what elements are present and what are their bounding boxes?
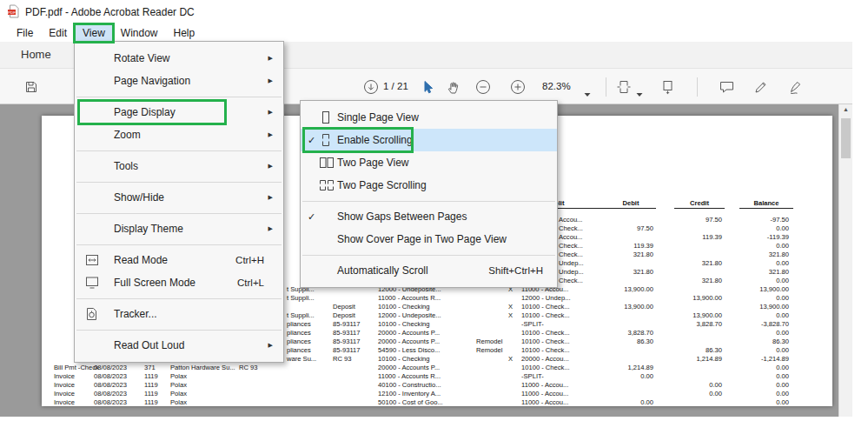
transaction-cell: 0.00 bbox=[776, 311, 789, 319]
transaction-cell: 12100 - Inventory A... bbox=[378, 390, 441, 398]
transaction-cell: 119.39 bbox=[702, 233, 722, 241]
transaction-cell: Invoice bbox=[54, 398, 75, 406]
zoom-in-icon[interactable] bbox=[507, 77, 528, 97]
view-menu-item-show-hide[interactable]: Show/Hide▶ bbox=[75, 186, 283, 209]
hand-tool-icon[interactable] bbox=[443, 77, 464, 97]
highlight-icon[interactable] bbox=[751, 77, 772, 97]
transaction-cell: 13,900.00 bbox=[624, 285, 653, 293]
tab-home[interactable]: Home bbox=[21, 42, 51, 68]
transaction-cell: 08/08/2023 bbox=[94, 398, 127, 406]
menu-item-label: Rotate View bbox=[114, 52, 169, 64]
transaction-cell: Undep... bbox=[559, 259, 584, 267]
page-display-submenu-item-show-cover-page-in-two-page-view[interactable]: Show Cover Page in Two Page View bbox=[301, 228, 557, 251]
transaction-cell: 10100 - Check... bbox=[521, 311, 570, 319]
transaction-cell: Polax bbox=[170, 372, 187, 380]
transaction-cell: 0.00 bbox=[776, 398, 789, 406]
transaction-cell: Polax bbox=[170, 390, 187, 398]
menubar-item-window[interactable]: Window bbox=[113, 24, 166, 42]
page-display-submenu-item-automatically-scroll[interactable]: Automatically ScrollShift+Ctrl+H bbox=[301, 259, 557, 282]
transaction-cell: 97.50 bbox=[637, 224, 653, 232]
comment-icon[interactable] bbox=[716, 77, 737, 97]
menubar-item-file[interactable]: File bbox=[9, 24, 41, 42]
page-display-submenu-item-two-page-scrolling[interactable]: Two Page Scrolling bbox=[301, 174, 557, 197]
view-menu-item-read-mode[interactable]: Read ModeCtrl+H bbox=[75, 249, 283, 271]
menubar-item-edit[interactable]: Edit bbox=[41, 24, 75, 42]
transaction-cell: 20000 - Accou... bbox=[521, 355, 569, 363]
transaction-cell: ware Su... bbox=[287, 355, 316, 363]
menubar-item-view[interactable]: View bbox=[75, 24, 113, 42]
submenu-arrow-icon: ▶ bbox=[268, 163, 273, 170]
title-bar: PDF PDF.pdf - Adobe Acrobat Reader DC bbox=[0, 0, 859, 24]
column-header-balance: Balance bbox=[739, 199, 793, 209]
page-display-submenu-item-enable-scrolling[interactable]: ✓Enable Scrolling bbox=[301, 129, 557, 151]
toolbar-separator bbox=[697, 77, 698, 97]
transaction-cell: Invoice bbox=[54, 390, 75, 398]
view-menu-item-display-theme[interactable]: Display Theme▶ bbox=[75, 217, 283, 240]
transaction-cell: RC 93 bbox=[239, 364, 258, 371]
view-menu: Rotate View▶Page Navigation▶Page Display… bbox=[74, 41, 284, 363]
view-menu-item-full-screen-mode[interactable]: Full Screen ModeCtrl+L bbox=[75, 271, 283, 294]
menu-item-label: Zoom bbox=[114, 129, 141, 141]
view-menu-item-rotate-view[interactable]: Rotate View▶ bbox=[75, 47, 283, 70]
page-down-circle-icon[interactable] bbox=[361, 77, 381, 97]
transaction-cell: Deposit bbox=[333, 311, 355, 319]
page-display-submenu-item-two-page-view[interactable]: Two Page View bbox=[301, 151, 557, 174]
scrollbar-thumb[interactable] bbox=[841, 118, 851, 158]
menu-separator bbox=[301, 197, 557, 205]
view-menu-item-tracker[interactable]: Tracker... bbox=[75, 303, 283, 325]
transaction-cell: 3,828.70 bbox=[696, 320, 722, 328]
menu-separator bbox=[75, 209, 283, 217]
menubar-item-help[interactable]: Help bbox=[166, 24, 203, 42]
zoom-level[interactable]: 82.3% bbox=[542, 81, 571, 91]
select-tool-icon[interactable] bbox=[417, 77, 438, 97]
page-display-submenu: Single Page View✓Enable ScrollingTwo Pag… bbox=[300, 100, 558, 288]
page-indicator[interactable]: 1 / 21 bbox=[383, 81, 408, 91]
transaction-cell: pliances bbox=[287, 337, 311, 345]
transaction-cell: 0.00 bbox=[776, 224, 789, 232]
page-display-submenu-item-single-page-view[interactable]: Single Page View bbox=[301, 106, 557, 129]
page-display-submenu-item-show-gaps-between-pages[interactable]: ✓Show Gaps Between Pages bbox=[301, 205, 557, 228]
menubar-item-label: Help bbox=[174, 27, 195, 39]
transaction-cell: 1,214.89 bbox=[627, 364, 653, 371]
transaction-cell: 20000 - Accounts P... bbox=[378, 364, 440, 371]
transaction-cell: 11000 - Accou... bbox=[521, 398, 568, 406]
vertical-scrollbar[interactable]: ▲ bbox=[838, 104, 852, 417]
menu-item-label: Tracker... bbox=[114, 308, 157, 320]
menu-item-shortcut: Ctrl+H bbox=[235, 255, 264, 265]
transaction-cell: t Suppli... bbox=[287, 294, 315, 302]
menu-item-shortcut: Shift+Ctrl+H bbox=[488, 265, 543, 276]
view-menu-item-read-out-loud[interactable]: Read Out Loud▶ bbox=[75, 334, 283, 357]
fill-sign-icon[interactable] bbox=[785, 77, 806, 97]
menu-separator bbox=[75, 294, 283, 303]
view-menu-item-page-navigation[interactable]: Page Navigation▶ bbox=[75, 70, 283, 92]
scroll-mode-icon[interactable] bbox=[657, 77, 678, 97]
page-display-icon[interactable] bbox=[613, 77, 634, 97]
menu-item-label: Two Page Scrolling bbox=[337, 179, 427, 191]
view-menu-item-page-display[interactable]: Page Display▶ bbox=[75, 101, 283, 124]
transaction-cell: 11000 - Accounts R... bbox=[378, 372, 441, 380]
transaction-cell: 86.30 bbox=[772, 337, 789, 345]
menubar-item-label: Edit bbox=[49, 27, 67, 39]
save-icon[interactable] bbox=[21, 77, 42, 97]
transaction-cell: -SPLIT- bbox=[521, 372, 544, 380]
view-menu-item-zoom[interactable]: Zoom▶ bbox=[75, 124, 283, 146]
transaction-cell: 0.00 bbox=[709, 381, 722, 389]
menu-item-label: Page Display bbox=[114, 106, 176, 118]
transaction-cell: 1119 bbox=[144, 398, 158, 406]
menu-item-label: Tools bbox=[114, 160, 138, 172]
view-menu-item-tools[interactable]: Tools▶ bbox=[75, 155, 283, 177]
transaction-cell: 10100 - Checking bbox=[378, 355, 430, 363]
transaction-cell: pliances bbox=[287, 329, 311, 337]
transaction-cell: 85-93117 bbox=[333, 320, 361, 328]
column-header-debit: Debit bbox=[606, 199, 656, 209]
transaction-cell: 321.80 bbox=[633, 251, 653, 258]
transaction-cell: 10100 - Check... bbox=[521, 364, 570, 371]
menu-bar: FileEditViewWindowHelp bbox=[0, 24, 861, 42]
zoom-out-icon[interactable] bbox=[473, 77, 494, 97]
transaction-cell: Undep... bbox=[559, 268, 584, 276]
page-display-caret-icon[interactable] bbox=[636, 85, 643, 101]
transaction-cell: 08/08/2023 bbox=[94, 390, 127, 398]
scroll-up-button[interactable]: ▲ bbox=[839, 106, 852, 112]
zoom-caret-icon[interactable] bbox=[584, 85, 591, 101]
transaction-cell: 20000 - Accounts P... bbox=[378, 337, 440, 345]
